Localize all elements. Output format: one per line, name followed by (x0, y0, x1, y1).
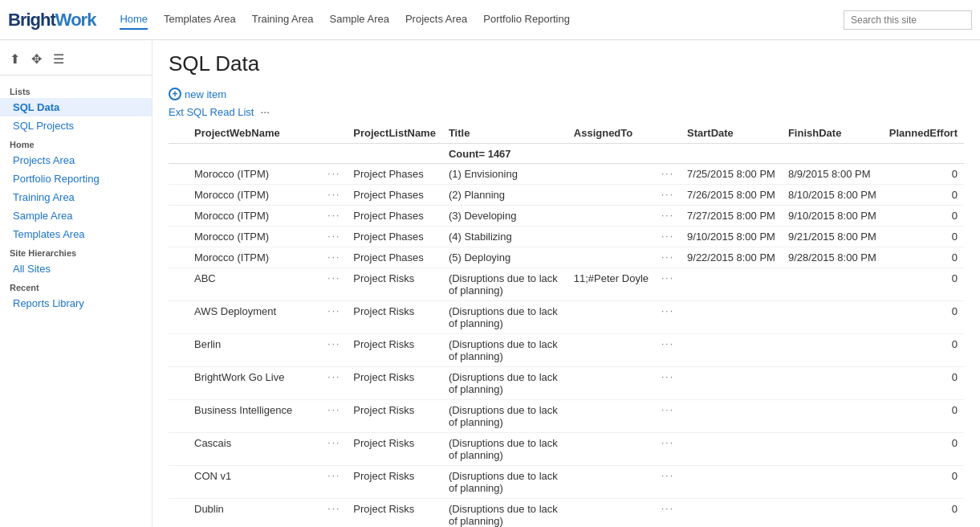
nav-item-home[interactable]: Home (120, 10, 148, 30)
cell-dots1[interactable]: ··· (321, 268, 347, 301)
sidebar-item-training-area[interactable]: Training Area (0, 188, 152, 206)
sidebar-item-all-sites[interactable]: All Sites (0, 259, 152, 278)
cell-finish-date: 9/28/2015 8:00 PM (782, 247, 883, 268)
new-item-button[interactable]: + new item (169, 88, 226, 100)
cell-assigned-to (567, 499, 655, 528)
cell-start-date: 9/10/2015 8:00 PM (681, 227, 782, 247)
cell-dots1[interactable]: ··· (321, 466, 347, 499)
cell-dots2[interactable]: ··· (655, 499, 681, 528)
cell-start-date (681, 466, 782, 499)
recent-label: Recent (0, 278, 152, 294)
cell-start-date (681, 400, 782, 433)
th-check (169, 123, 188, 144)
cell-dots2[interactable]: ··· (655, 433, 681, 466)
cell-dots2[interactable]: ··· (655, 247, 681, 268)
upload-icon[interactable]: ⬆ (10, 51, 20, 67)
sidebar: ⬆ ✥ ☰ Lists SQL Data SQL Projects Home P… (0, 40, 152, 527)
cell-finish-date (782, 499, 883, 528)
cell-planned-effort: 0 (883, 499, 964, 528)
list-icon[interactable]: ☰ (53, 51, 64, 67)
cell-project-list-name: Project Risks (347, 400, 442, 433)
cell-project-web-name: Cascais (188, 433, 321, 466)
cell-dots2[interactable]: ··· (655, 185, 681, 206)
sidebar-item-sql-data[interactable]: SQL Data (0, 98, 152, 116)
table-row: Business Intelligence ··· Project Risks … (169, 400, 964, 433)
cell-dots2[interactable]: ··· (655, 301, 681, 334)
th-dots1 (321, 123, 347, 144)
th-dots2 (655, 123, 681, 144)
cell-dots1[interactable]: ··· (321, 499, 347, 528)
data-table: ProjectWebName ProjectListName Title Ass… (169, 123, 964, 527)
sidebar-item-reports-library[interactable]: Reports Library (0, 294, 152, 313)
sidebar-item-sql-projects[interactable]: SQL Projects (0, 116, 152, 135)
cell-dots1[interactable]: ··· (321, 334, 347, 367)
cell-assigned-to (567, 466, 655, 499)
site-hierarchies-label: Site Hierarchies (0, 243, 152, 259)
cell-dots2[interactable]: ··· (655, 206, 681, 227)
cell-dots1[interactable]: ··· (321, 206, 347, 227)
cell-planned-effort: 0 (883, 400, 964, 433)
cell-dots1[interactable]: ··· (321, 400, 347, 433)
sidebar-item-projects-area[interactable]: Projects Area (0, 151, 152, 170)
cell-start-date (681, 367, 782, 400)
cell-dots2[interactable]: ··· (655, 227, 681, 247)
cell-project-list-name: Project Phases (347, 206, 442, 227)
plus-icon: + (169, 88, 181, 100)
cell-planned-effort: 0 (883, 301, 964, 334)
cell-dots1[interactable]: ··· (321, 367, 347, 400)
cell-check (169, 466, 188, 499)
cell-finish-date (782, 367, 883, 400)
cell-finish-date (782, 301, 883, 334)
nav-item-sample[interactable]: Sample Area (330, 10, 389, 30)
nav-item-templates[interactable]: Templates Area (164, 10, 236, 30)
cell-start-date: 7/27/2015 8:00 PM (681, 206, 782, 227)
cell-dots2[interactable]: ··· (655, 268, 681, 301)
nav-item-projects[interactable]: Projects Area (405, 10, 467, 30)
cell-project-list-name: Project Risks (347, 301, 442, 334)
cell-dots1[interactable]: ··· (321, 301, 347, 334)
cell-title: (Disruptions due to lack of planning) (442, 466, 567, 499)
cell-check (169, 367, 188, 400)
cell-check (169, 206, 188, 227)
cell-title: (Disruptions due to lack of planning) (442, 268, 567, 301)
cell-project-list-name: Project Risks (347, 268, 442, 301)
cell-planned-effort: 0 (883, 185, 964, 206)
table-row: Morocco (ITPM) ··· Project Phases (3) De… (169, 206, 964, 227)
list-ellipsis-button[interactable]: ··· (260, 105, 270, 118)
ext-sql-read-list-link[interactable]: Ext SQL Read List (169, 106, 254, 118)
table-row: ABC ··· Project Risks (Disruptions due t… (169, 268, 964, 301)
cell-project-list-name: Project Phases (347, 164, 442, 185)
new-item-label: new item (185, 88, 226, 100)
nav-item-training[interactable]: Training Area (252, 10, 314, 30)
move-icon[interactable]: ✥ (31, 51, 42, 67)
cell-dots2[interactable]: ··· (655, 466, 681, 499)
cell-dots2[interactable]: ··· (655, 334, 681, 367)
cell-dots2[interactable]: ··· (655, 164, 681, 185)
cell-finish-date (782, 400, 883, 433)
cell-dots1[interactable]: ··· (321, 227, 347, 247)
list-toolbar: Ext SQL Read List ··· (169, 105, 964, 118)
cell-project-web-name: Morocco (ITPM) (188, 206, 321, 227)
cell-dots1[interactable]: ··· (321, 164, 347, 185)
search-input[interactable] (844, 10, 972, 30)
cell-dots2[interactable]: ··· (655, 367, 681, 400)
cell-dots1[interactable]: ··· (321, 433, 347, 466)
cell-project-list-name: Project Risks (347, 433, 442, 466)
nav-item-portfolio[interactable]: Portfolio Reporting (483, 10, 570, 30)
th-project-list-name: ProjectListName (347, 123, 442, 144)
table-row: AWS Deployment ··· Project Risks (Disrup… (169, 301, 964, 334)
cell-project-web-name: CON v1 (188, 466, 321, 499)
cell-start-date (681, 433, 782, 466)
sidebar-item-portfolio-reporting[interactable]: Portfolio Reporting (0, 170, 152, 188)
cell-planned-effort: 0 (883, 164, 964, 185)
main-content: SQL Data + new item Ext SQL Read List ··… (152, 40, 980, 527)
cell-dots2[interactable]: ··· (655, 400, 681, 433)
sidebar-item-sample-area[interactable]: Sample Area (0, 206, 152, 225)
table-row: CON v1 ··· Project Risks (Disruptions du… (169, 466, 964, 499)
cell-check (169, 334, 188, 367)
cell-project-web-name: Morocco (ITPM) (188, 227, 321, 247)
cell-dots1[interactable]: ··· (321, 247, 347, 268)
sidebar-item-templates-area[interactable]: Templates Area (0, 225, 152, 243)
th-project-web-name: ProjectWebName (188, 123, 321, 144)
cell-dots1[interactable]: ··· (321, 185, 347, 206)
